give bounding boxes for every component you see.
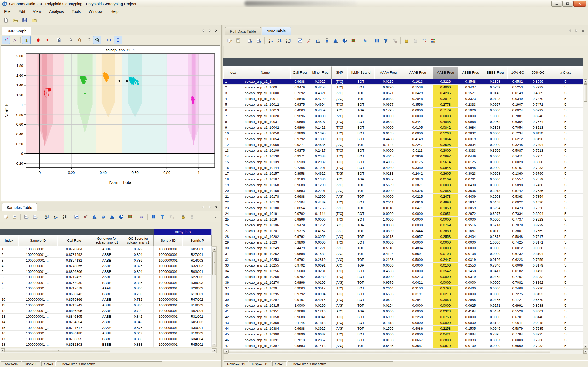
table-cell[interactable]: 0.8764930 [57,280,91,286]
small-point-icon[interactable] [43,36,51,44]
table-cell[interactable]: 40 [223,303,240,309]
table-cell[interactable]: 0.7767 [507,274,528,280]
table-cell[interactable]: 1000000001_... [18,275,57,280]
table-cell[interactable]: 0.5879 [507,326,528,332]
table-cell[interactable]: 0.0000 [458,280,483,286]
table-cell[interactable]: [A/G] [332,245,347,251]
table-cell[interactable]: 0.0455 [483,297,507,303]
table-cell[interactable]: 0.0842 [433,125,458,131]
table-cell[interactable]: 0.842 [123,319,154,325]
table-cell[interactable]: 36 [223,280,240,286]
table-cell[interactable]: 20 [223,188,240,194]
snp-table-row[interactable]: 28solcap_snp_c1_102020.97920.3059[A/C]TO… [223,234,583,240]
table-cell[interactable]: 5 [548,257,583,263]
save-icon[interactable] [20,16,29,24]
samples-table-row[interactable]: 71000000001_...0.8764930BBBB0.8361000000… [0,280,212,286]
table-cell[interactable]: 0.0769 [483,85,507,90]
table-cell[interactable]: 0.5000 [402,257,433,263]
table-cell[interactable]: 29 [223,240,240,245]
table-cell[interactable]: 0.0000 [483,251,507,257]
table-cell[interactable]: 0.9375 [290,148,309,153]
table-cell[interactable]: 6 [0,275,18,280]
table-cell[interactable]: 1000000001_... [18,263,57,269]
table-cell[interactable]: solcap_snp_c1_10020 [240,113,290,119]
table-cell[interactable]: 0.8650742 [57,291,91,297]
table-cell[interactable]: 34 [223,268,240,274]
table-cell[interactable]: 1000000001_... [18,308,57,314]
table-cell[interactable]: 5 [548,188,583,194]
table-cell[interactable]: 0.0000 [433,217,458,222]
table-cell[interactable]: 0.8110 [528,131,548,136]
table-cell[interactable]: 5 [548,234,583,240]
column-header[interactable]: Name [240,66,290,79]
table-cell[interactable]: 0.0000 [433,182,458,188]
table-cell[interactable]: solcap_snp_c1_1019 [240,217,290,222]
table-cell[interactable]: 0.8579866 [57,297,91,303]
table-cell[interactable]: TOP [347,251,374,257]
table-cell[interactable]: solcap_snp_c1_10130 [240,153,290,159]
table-cell[interactable]: 0.7813 [290,337,309,343]
snp-table-row[interactable]: 46solcap_snp_c1_103910.78130.2867[T/C]BO… [223,337,583,343]
table-cell[interactable]: [T/C] [332,286,347,291]
table-cell[interactable]: 0.0000 [374,194,402,199]
table-cell[interactable]: 0.3596 [433,142,458,148]
table-cell[interactable]: solcap_snp_c1_10390 [240,332,290,337]
sort-descending-icon[interactable]: ZA [52,213,60,221]
table-cell[interactable]: BOT [347,332,374,337]
table-cell[interactable]: 0.1421 [309,125,332,131]
samples-table-row[interactable]: 81000000001_...0.8717679AAAB0.8061000000… [0,286,212,292]
table-cell[interactable]: 0.3380 [402,165,433,171]
function-icon[interactable]: fx [361,37,369,44]
table-cell[interactable]: TOP [347,142,374,148]
table-cell[interactable]: solcap_snp_c1_1020 [240,228,290,234]
table-cell[interactable]: [T/C] [332,337,347,343]
snp-table-row[interactable]: 8solcap_snp_c1_100310.96880.4597[T/C]BOT… [223,119,583,125]
column-header[interactable]: AAAB Freq [402,66,433,79]
table-cell[interactable]: ABBB [91,331,123,336]
table-cell[interactable]: 3 [0,258,18,263]
table-cell[interactable]: 5 [548,136,583,142]
table-cell[interactable]: 0.8854181 [57,258,91,263]
samples-table-row[interactable]: 91000000001_...0.8650742BBBB0.7891000000… [0,291,212,297]
table-cell[interactable]: 0.4321 [309,90,332,96]
table-cell[interactable]: solcap_snp_c1_10351 [240,309,290,314]
table-cell[interactable]: 0.0430 [458,182,483,188]
table-cell[interactable]: 9 [0,291,18,297]
scrollbar-thumb[interactable] [584,84,587,102]
table-cell[interactable]: 0.7340 [483,263,507,268]
snp-table-row[interactable]: 17solcap_snp_c1_101570.89580.4622[T/G]BO… [223,171,583,176]
table-cell[interactable]: 0.3913 [483,188,507,194]
table-cell[interactable]: 4 [223,96,240,102]
table-cell[interactable]: 0.0000 [433,113,458,119]
table-cell[interactable]: 1000000001 [154,342,182,348]
table-cell[interactable]: [T/C] [332,211,347,217]
table-cell[interactable]: 0.8778055 [57,263,91,269]
table-cell[interactable]: 0.1721 [507,297,528,303]
table-cell[interactable]: 5 [548,332,583,337]
table-cell[interactable]: 0.3017 [309,286,332,291]
table-cell[interactable]: 0.9468 [483,274,507,280]
table-cell[interactable]: 41 [223,309,240,314]
table-cell[interactable]: 0.0941 [309,314,332,320]
snp-table-row[interactable]: 30solcap_snp_c1_102490.44790.1221[A/G]TO… [223,245,583,251]
table-cell[interactable]: R18C03 [182,303,212,308]
column-header[interactable]: Genotype for solcap_snp_c1 [91,235,123,246]
samples-table-row[interactable]: 121000000001_...0.8846305AABB0.792100000… [0,308,212,314]
table-cell[interactable]: 0.9375 [290,102,309,108]
table-cell[interactable]: [T/C] [332,332,347,337]
table-cell[interactable]: 0.5104 [290,199,309,205]
table-cell[interactable]: 0.1146 [290,320,309,326]
table-cell[interactable]: 1.0000 [483,240,507,245]
table-cell[interactable]: 0.7932 [528,343,548,349]
table-cell[interactable]: 0.1837 [458,199,483,205]
table-cell[interactable]: R03C01 [182,269,212,275]
table-cell[interactable]: BOT [347,286,374,291]
table-cell[interactable]: 0.0000 [402,240,433,245]
table-cell[interactable]: 0.0625 [458,303,483,309]
menu-help[interactable]: Help [111,9,119,14]
table-cell[interactable]: [A/G] [332,205,347,211]
table-cell[interactable]: 0.0149 [507,90,528,96]
table-cell[interactable]: 0.0408 [483,199,507,205]
table-cell[interactable]: 0.3684 [458,125,483,131]
table-cell[interactable]: 0.3441 [402,119,433,125]
